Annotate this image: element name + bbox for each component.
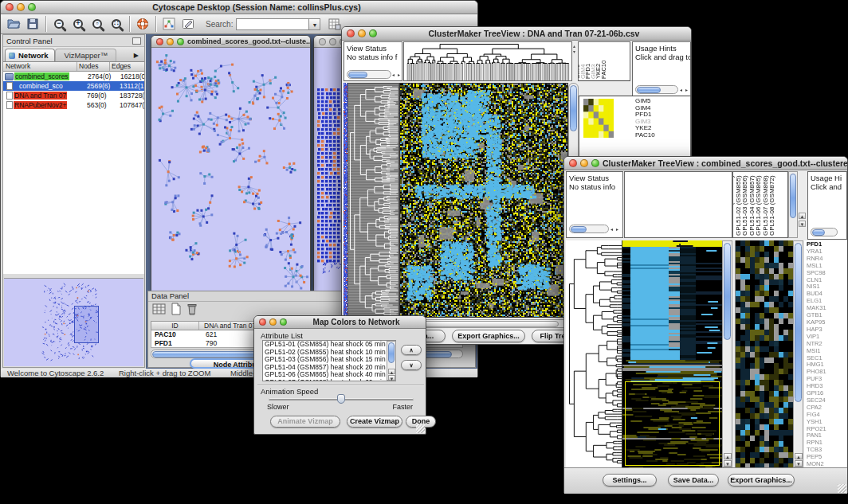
- tv2-hints-scrollbar[interactable]: [811, 228, 838, 236]
- zoom-window-icon[interactable]: [177, 38, 184, 45]
- column-header-edges[interactable]: Edges: [110, 62, 144, 71]
- zoom-fit-icon[interactable]: ∷: [107, 15, 126, 33]
- zoom-in-icon[interactable]: +: [69, 15, 88, 33]
- scrollbar-thumb[interactable]: [403, 321, 559, 327]
- scroll-up-icon[interactable]: ▲: [795, 453, 803, 459]
- scroll-left-icon[interactable]: ◂: [610, 226, 613, 232]
- treeview2-titlebar[interactable]: ClusterMaker TreeView : combined_scores_…: [564, 157, 847, 170]
- column-label[interactable]: GPL51-08 (GSM872): [769, 175, 775, 236]
- tv1-hints-scrollbar[interactable]: [635, 85, 678, 94]
- column-dendrogram-canvas[interactable]: [404, 42, 571, 80]
- move-up-button[interactable]: ∧: [401, 345, 422, 355]
- tv2-row-dendrogram[interactable]: [566, 240, 622, 467]
- tv1-row-dendrogram[interactable]: [347, 83, 399, 318]
- minimize-icon[interactable]: [167, 38, 174, 45]
- network-list-row[interactable]: combined_scores 2764(0) 16218(0): [3, 72, 144, 81]
- id-column-header[interactable]: ID: [151, 322, 199, 330]
- export-graphics-button[interactable]: Export Graphics...: [452, 330, 525, 342]
- tv2-status-scrollbar[interactable]: [569, 225, 609, 233]
- scroll-down-icon[interactable]: ▼: [724, 460, 732, 467]
- column-label[interactable]: GPL51-03 (GSM856): [742, 175, 748, 236]
- scroll-down-icon[interactable]: ▼: [388, 375, 395, 381]
- tv1-hscrollbar[interactable]: [401, 319, 578, 328]
- scroll-up-icon[interactable]: ▲: [724, 453, 732, 459]
- network-list-row[interactable]: RNAPuberNov2+ 563(0) 107847(0): [3, 100, 144, 110]
- splitter-arrow-icon[interactable]: ▴▾: [573, 43, 575, 54]
- scrollbar-thumb[interactable]: [388, 342, 395, 363]
- network1-canvas[interactable]: [151, 48, 310, 291]
- settings-button[interactable]: Settings...: [603, 474, 657, 486]
- zoom-window-icon[interactable]: [369, 29, 377, 37]
- delete-attribute-icon[interactable]: [186, 303, 198, 318]
- search-dropdown-icon[interactable]: ▼: [309, 18, 320, 30]
- close-icon[interactable]: [347, 29, 355, 37]
- column-label[interactable]: GPL51-06 (GSM865): [756, 175, 762, 236]
- close-icon[interactable]: [6, 3, 14, 11]
- tv2-heatmap-vscrollbar[interactable]: ▲ ▼: [722, 240, 732, 467]
- network-list-row[interactable]: combined_sco 2569(6) 13112(15): [3, 81, 144, 91]
- close-icon[interactable]: [319, 38, 326, 45]
- window-controls[interactable]: [342, 29, 377, 37]
- dialog-titlebar[interactable]: Map Colors to Network: [254, 316, 426, 329]
- close-icon[interactable]: [259, 318, 266, 326]
- close-icon[interactable]: [156, 38, 163, 45]
- tv2-heatmap[interactable]: [622, 240, 722, 467]
- scrollbar-thumb[interactable]: [795, 243, 802, 402]
- scroll-up-icon[interactable]: ▲: [388, 369, 395, 374]
- minimize-icon[interactable]: [358, 29, 366, 37]
- window-controls[interactable]: [564, 159, 599, 167]
- float-panel-icon[interactable]: [132, 37, 141, 45]
- scrollbar-thumb[interactable]: [812, 229, 825, 236]
- open-icon[interactable]: [4, 15, 23, 33]
- gene-list-item[interactable]: PAC10: [635, 132, 655, 139]
- close-icon[interactable]: [569, 159, 577, 167]
- network1-titlebar[interactable]: combined_scores_good.txt--cluste...: [151, 36, 310, 48]
- tv1-status-scrollbar[interactable]: [347, 70, 391, 79]
- tv2-zoom-heatmap[interactable]: [735, 240, 793, 467]
- scroll-down-icon[interactable]: ▼: [795, 460, 803, 467]
- more-tabs-button[interactable]: ▶: [134, 52, 143, 61]
- annotation-icon[interactable]: [179, 15, 198, 33]
- resize-grip[interactable]: [838, 484, 846, 493]
- treeview1-titlebar[interactable]: ClusterMaker TreeView : DNA and Tran 07-…: [342, 27, 691, 41]
- scroll-right-icon[interactable]: ▸: [398, 72, 400, 77]
- resize-grip[interactable]: [416, 424, 425, 433]
- scroll-left-icon[interactable]: ◂: [680, 87, 682, 92]
- gene-list-item[interactable]: MON2: [807, 461, 847, 467]
- scroll-up-icon[interactable]: ▲: [799, 213, 806, 219]
- column-label[interactable]: PAC10: [601, 61, 607, 79]
- animate-vizmap-button[interactable]: Animate Vizmap: [270, 416, 340, 428]
- window-controls[interactable]: [151, 38, 184, 45]
- zoom-selected-icon[interactable]: ▫: [88, 15, 107, 33]
- speed-slider-thumb[interactable]: [337, 394, 345, 404]
- export-graphics-button[interactable]: Export Graphics...: [728, 474, 795, 486]
- scroll-left-icon[interactable]: ◂: [392, 72, 395, 77]
- scrollbar-thumb[interactable]: [348, 72, 367, 78]
- attribute-option[interactable]: GPL51-07 (GSM868) heat shock 60 min: [263, 379, 395, 382]
- help-icon[interactable]: [133, 15, 152, 33]
- attribute-listbox[interactable]: GPL51-01 (GSM854) heat shock 05 minGPL51…: [262, 340, 396, 381]
- attribute-grid-icon[interactable]: [152, 303, 167, 318]
- tv2-labels-vscrollbar[interactable]: [788, 171, 798, 238]
- zoom-window-icon[interactable]: [591, 159, 599, 167]
- zoom-window-icon[interactable]: [28, 3, 36, 11]
- similarity-matrix-canvas[interactable]: [583, 99, 614, 138]
- column-header-network[interactable]: Network: [3, 62, 77, 71]
- window-controls[interactable]: [1, 3, 36, 11]
- create-vizmap-button[interactable]: Create Vizmap: [347, 416, 402, 428]
- search-input[interactable]: [236, 18, 309, 30]
- scrollbar-thumb[interactable]: [571, 226, 587, 232]
- zoom-window-icon[interactable]: [280, 318, 287, 326]
- tv2-zoom-vscrollbar[interactable]: ▲ ▼: [793, 240, 803, 467]
- scrollbar-thumb[interactable]: [637, 87, 661, 93]
- main-titlebar[interactable]: Cytoscape Desktop (Session Name: collins…: [1, 1, 477, 14]
- new-attribute-icon[interactable]: [170, 303, 183, 318]
- column-header-nodes[interactable]: Nodes: [77, 62, 110, 71]
- tv1-heatmap[interactable]: [399, 83, 568, 318]
- network-list-row[interactable]: DNA and Tran 07 769(0) 183728(0): [3, 91, 144, 100]
- scroll-right-icon[interactable]: ▸: [616, 226, 618, 232]
- window-controls[interactable]: [254, 318, 287, 326]
- scrollbar-thumb[interactable]: [790, 174, 796, 218]
- tab-vizmapper[interactable]: VizMapper™: [55, 49, 116, 61]
- tab-network[interactable]: Network: [5, 49, 55, 61]
